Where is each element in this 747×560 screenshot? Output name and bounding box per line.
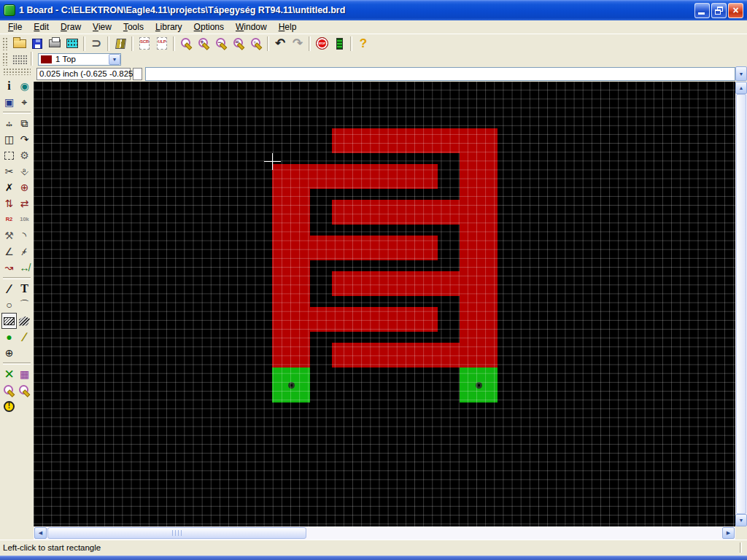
zoom-out-button[interactable]: − [212, 36, 230, 52]
tool-palette-grip[interactable] [3, 68, 31, 75]
layerbar-grip[interactable] [2, 52, 8, 66]
menu-library[interactable]: Library [150, 21, 188, 33]
zoom-fit-button[interactable] [177, 36, 195, 52]
command-input[interactable] [145, 67, 735, 81]
minimize-button[interactable] [694, 3, 710, 18]
command-bar: 0.025 inch (-0.625 -0.825) ▼ [0, 66, 747, 82]
arc-button[interactable]: ⌒ [17, 297, 32, 313]
board-canvas[interactable] [34, 82, 735, 526]
hole-button[interactable]: ⊕ [1, 345, 17, 361]
pinswap-button[interactable]: ⇅ [1, 195, 17, 211]
rotate-button[interactable]: ↷ [17, 131, 32, 147]
hole-icon: ⊕ [5, 348, 14, 358]
save-button[interactable] [28, 36, 46, 52]
palette-separator [3, 112, 31, 114]
toolbar-grip[interactable] [2, 37, 8, 50]
wire-button[interactable]: ∕ [1, 281, 17, 297]
run-script-button[interactable]: SCR [136, 36, 153, 52]
route-button[interactable]: ↝ [1, 260, 17, 276]
trace-left-rail[interactable] [272, 164, 310, 368]
name-button[interactable]: R2 [1, 211, 17, 228]
display-layers-button[interactable]: ▣ [1, 94, 17, 110]
zoom-select-button[interactable]: ▫ [247, 36, 265, 52]
grid-settings-button[interactable] [11, 51, 28, 67]
scroll-up-button[interactable]: ▲ [735, 82, 747, 94]
mirror-button[interactable]: ◫ [1, 131, 17, 147]
undo-button[interactable]: ↶ [271, 36, 289, 52]
smash-button[interactable]: ⚒ [1, 228, 17, 244]
mark-button[interactable]: ⌖ [17, 94, 32, 110]
split-button[interactable]: ∠ [1, 244, 17, 260]
group-button[interactable] [1, 147, 17, 163]
ripup-button[interactable]: ↮ [17, 260, 32, 276]
change-button[interactable]: ⚙ [17, 147, 32, 163]
scroll-right-button[interactable]: ▶ [722, 527, 735, 539]
via-button[interactable]: ● [1, 329, 17, 345]
zoom-redraw-icon: = [233, 37, 245, 50]
palette-separator [3, 362, 31, 365]
rect-icon [4, 317, 15, 325]
drc-button[interactable] [1, 382, 17, 398]
help-button[interactable]: ? [355, 36, 372, 52]
miter-button[interactable]: ◝ [17, 228, 32, 244]
horizontal-scroll-thumb[interactable] [47, 527, 306, 539]
ratsnest-button[interactable]: ✕ [1, 366, 17, 382]
open-button[interactable] [11, 36, 28, 52]
scroll-down-button[interactable]: ▼ [735, 514, 747, 526]
go-button[interactable] [330, 36, 348, 52]
vertical-scrollbar[interactable]: ▲ ▼ [735, 82, 747, 526]
trace-right-rail[interactable] [460, 128, 498, 368]
add-button[interactable]: ⊕ [17, 179, 32, 195]
replace-button[interactable]: ⇄ [17, 195, 32, 211]
menu-options[interactable]: Options [188, 21, 230, 33]
print-button[interactable] [46, 36, 63, 52]
cut-button[interactable]: ✂ [1, 163, 17, 179]
copy-button[interactable]: ⧉ [17, 115, 32, 131]
delete-button[interactable]: ✗ [1, 179, 17, 195]
menu-help[interactable]: Help [273, 21, 303, 33]
menu-tools[interactable]: Tools [117, 21, 150, 33]
rect-button[interactable] [1, 313, 17, 329]
show-button[interactable]: ◉ [17, 78, 32, 94]
drc-icon [3, 384, 15, 397]
value-button[interactable]: 10k [17, 211, 32, 228]
move-button[interactable]: ↔↕ [1, 115, 17, 131]
switch-to-schematic-button[interactable]: ⊃ [88, 36, 105, 52]
tool-palette: i◉▣⌖↔↕⧉◫↷⚙✂⎀✗⊕⇅⇄R210k⚒◝∠∕+↝↮∕T○⌒●∕⊕✕▦! [0, 66, 34, 540]
signal-button[interactable]: ∕ [17, 329, 32, 345]
run-ulp-button[interactable]: ULP [153, 36, 171, 52]
polygon-button[interactable] [17, 313, 32, 329]
title-bar: 1 Board - C:\ELEKTRON\Eagle4.11\projects… [0, 0, 747, 20]
layer-select-dropdown[interactable]: ▼ [109, 54, 120, 65]
menu-view[interactable]: View [87, 21, 117, 33]
text-icon: T [20, 283, 28, 295]
library-button[interactable] [112, 36, 129, 52]
errors-button[interactable] [17, 382, 32, 398]
stop-button[interactable]: STOP [313, 36, 330, 52]
menu-file[interactable]: File [2, 21, 28, 33]
paste-button[interactable]: ⎀ [17, 163, 32, 179]
zoom-in-button[interactable]: + [195, 36, 212, 52]
zoom-redraw-button[interactable]: = [230, 36, 247, 52]
menu-draw[interactable]: Draw [55, 21, 87, 33]
restore-button[interactable] [711, 3, 727, 18]
cam-processor-button[interactable] [63, 36, 81, 52]
autorouter-button[interactable]: ▦ [17, 366, 32, 382]
info-button[interactable]: i [1, 78, 17, 94]
warning-button[interactable]: ! [1, 398, 17, 414]
horizontal-scrollbar[interactable]: ◀ ▶ [34, 526, 735, 540]
menu-edit[interactable]: Edit [28, 21, 55, 33]
text-button[interactable]: T [17, 281, 32, 297]
layer-select[interactable]: 1 Top ▼ [38, 53, 121, 66]
signal-icon: ∕ [23, 331, 26, 343]
scroll-left-button[interactable]: ◀ [34, 527, 47, 539]
circle-button[interactable]: ○ [1, 297, 17, 313]
mark-icon: ⌖ [22, 97, 28, 107]
change-icon: ⚙ [20, 150, 29, 160]
layer-bar: 1 Top ▼ [0, 52, 747, 66]
vertical-scroll-thumb[interactable] [736, 94, 746, 514]
menu-window[interactable]: Window [230, 21, 273, 33]
close-button[interactable]: × [728, 3, 743, 18]
command-history-dropdown[interactable]: ▼ [735, 66, 747, 81]
optimize-button[interactable]: ∕+ [17, 244, 32, 260]
